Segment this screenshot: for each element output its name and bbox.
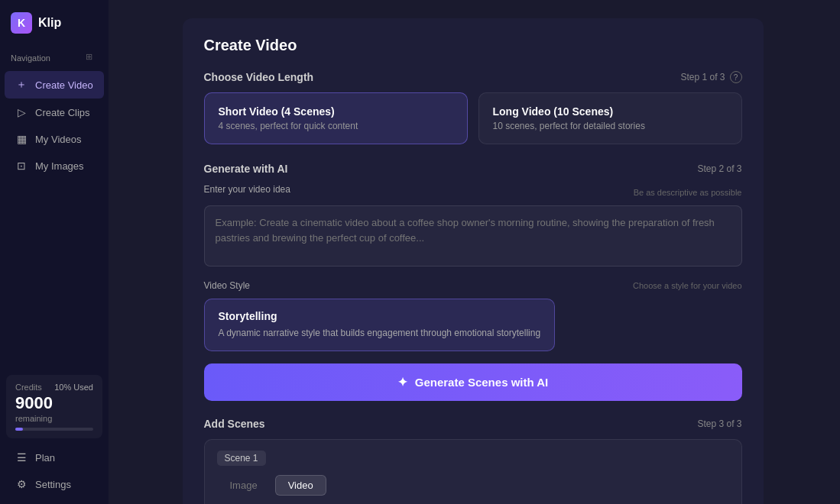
nav-label: Navigation: [11, 53, 50, 63]
sidebar-item-label-my-videos: My Videos: [35, 134, 81, 145]
storytelling-style-card[interactable]: Storytelling A dynamic narrative style t…: [204, 299, 556, 351]
sidebar-item-label-plan: Plan: [35, 452, 55, 464]
short-video-desc: 4 scenes, perfect for quick content: [219, 121, 453, 131]
credits-used-label: 10% Used: [54, 383, 93, 392]
spark-icon: ✦: [397, 375, 407, 389]
add-scenes-step: Step 3 of 3: [697, 418, 741, 429]
idea-label: Enter your video idea: [204, 184, 290, 195]
logo-text: Klip: [38, 16, 61, 30]
credits-bar-fill: [15, 428, 23, 431]
long-video-option[interactable]: Long Video (10 Scenes) 10 scenes, perfec…: [478, 92, 742, 144]
choose-length-step: Step 1 of 3 ?: [680, 71, 741, 83]
credits-number: 9000: [15, 393, 93, 413]
choose-length-header: Choose Video Length Step 1 of 3 ?: [204, 71, 742, 83]
credits-bar-bg: [15, 428, 93, 431]
style-name: Storytelling: [219, 310, 541, 322]
generate-scenes-button[interactable]: ✦ Generate Scenes with AI: [204, 363, 742, 401]
short-video-option[interactable]: Short Video (4 Scenes) 4 scenes, perfect…: [204, 92, 468, 144]
sidebar-item-label-settings: Settings: [35, 479, 71, 490]
short-video-title: Short Video (4 Scenes): [219, 105, 453, 118]
video-style-hint: Choose a style for your video: [633, 281, 741, 290]
sidebar-item-label-create-clips: Create Clips: [35, 107, 90, 118]
generate-section: Enter your video idea Be as descriptive …: [204, 184, 742, 401]
sidebar-item-label-create-video: Create Video: [35, 79, 93, 91]
main-content: Create Video Choose Video Length Step 1 …: [109, 0, 840, 504]
credits-box: Credits 10% Used 9000 remaining: [6, 375, 102, 438]
sidebar-item-icon-my-videos: ▦: [15, 133, 28, 145]
choose-length-title: Choose Video Length: [204, 71, 314, 83]
sidebar-item-create-video[interactable]: ＋ Create Video: [5, 71, 104, 99]
nav-settings-icon[interactable]: ⊞: [86, 52, 98, 64]
style-header-row: Video Style Choose a style for your vide…: [204, 280, 742, 291]
idea-label-row: Enter your video idea Be as descriptive …: [204, 184, 742, 201]
sidebar-item-plan[interactable]: ☰ Plan: [5, 444, 104, 470]
tab-video[interactable]: Video: [275, 475, 326, 496]
sidebar-item-label-my-images: My Images: [35, 160, 84, 172]
sidebar-item-icon-plan: ☰: [15, 451, 28, 464]
sidebar-nav: ＋ Create Video ▷ Create Clips ▦ My Video…: [0, 70, 109, 179]
logo-icon: K: [11, 12, 32, 34]
sidebar-item-create-clips[interactable]: ▷ Create Clips: [5, 99, 104, 125]
add-scenes-header: Add Scenes Step 3 of 3: [204, 418, 742, 430]
idea-textarea[interactable]: [204, 205, 742, 267]
credits-remaining: remaining: [15, 414, 93, 423]
tab-image[interactable]: Image: [217, 475, 271, 496]
video-style-label: Video Style: [204, 280, 251, 291]
help-icon-step1[interactable]: ?: [730, 71, 742, 83]
style-desc: A dynamic narrative style that builds en…: [219, 326, 541, 340]
scene-1-card: Scene 1 Image Video Capture from Website…: [204, 439, 742, 504]
long-video-title: Long Video (10 Scenes): [493, 105, 728, 118]
sidebar-item-icon-settings: ⚙: [15, 478, 28, 490]
generate-ai-header: Generate with AI Step 2 of 3: [204, 163, 742, 175]
card-title: Create Video: [204, 37, 742, 54]
nav-label-row: Navigation ⊞: [0, 46, 109, 70]
add-scenes-title: Add Scenes: [204, 418, 265, 430]
create-video-card: Create Video Choose Video Length Step 1 …: [183, 18, 764, 504]
generate-button-label: Generate Scenes with AI: [415, 376, 549, 389]
generate-ai-title: Generate with AI: [204, 163, 288, 175]
sidebar-item-my-images[interactable]: ⊡ My Images: [5, 153, 104, 179]
sidebar-bottom-items: ☰ Plan ⚙ Settings: [0, 444, 109, 504]
scene-1-badge: Scene 1: [217, 451, 266, 466]
long-video-desc: 10 scenes, perfect for detailed stories: [493, 121, 728, 131]
add-scenes-section: Add Scenes Step 3 of 3 Scene 1 Image Vid…: [204, 418, 742, 504]
credits-label: Credits: [15, 383, 42, 392]
idea-hint: Be as descriptive as possible: [634, 188, 742, 197]
sidebar: K Klip Navigation ⊞ ＋ Create Video ▷ Cre…: [0, 0, 109, 504]
sidebar-item-icon-my-images: ⊡: [15, 160, 28, 172]
sidebar-bottom: Credits 10% Used 9000 remaining ☰ Plan ⚙…: [0, 369, 109, 504]
generate-ai-step: Step 2 of 3: [697, 163, 741, 174]
sidebar-item-my-videos[interactable]: ▦ My Videos: [5, 126, 104, 152]
video-options: Short Video (4 Scenes) 4 scenes, perfect…: [204, 92, 742, 144]
sidebar-item-icon-create-video: ＋: [15, 78, 28, 92]
scene-tabs: Image Video: [217, 475, 729, 496]
logo: K Klip: [0, 0, 109, 46]
sidebar-item-icon-create-clips: ▷: [15, 106, 28, 118]
sidebar-item-settings[interactable]: ⚙ Settings: [5, 471, 104, 497]
